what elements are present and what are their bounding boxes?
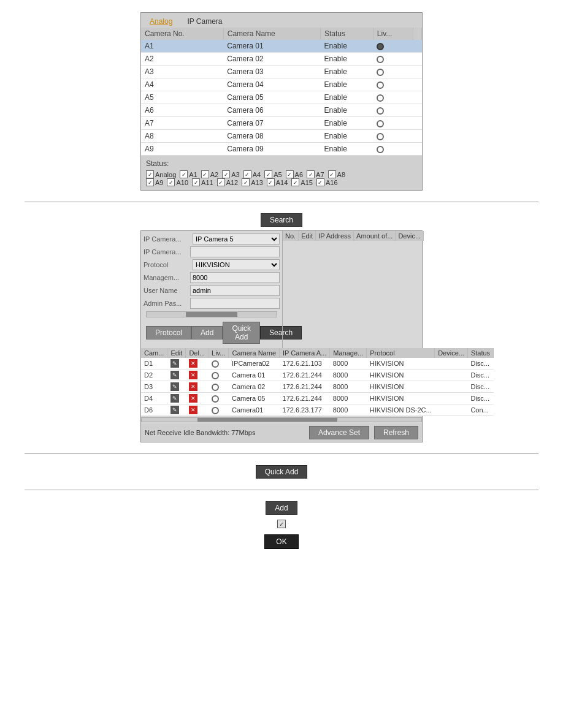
device-table-row[interactable]: D3 ✎ ✕ Camera 02 172.6.21.244 8000 HIKVI…	[141, 381, 494, 393]
dev-del[interactable]: ✕	[186, 393, 209, 404]
horizontal-scrollbar[interactable]	[141, 417, 422, 422]
admin-pas-input[interactable]	[190, 298, 280, 309]
device-table-row[interactable]: D2 ✎ ✕ Camera 01 172.6.21.244 8000 HIKVI…	[141, 370, 494, 381]
camera-table-row[interactable]: A8 Camera 08 Enable	[141, 130, 422, 143]
cam-no: A2	[141, 53, 223, 66]
delete-icon: ✕	[189, 406, 197, 414]
camera-table-row[interactable]: A3 Camera 03 Enable	[141, 66, 422, 78]
status-section: Status: AnalogA1A2A3A4A5A6A7A8 A9A10A11A…	[141, 156, 422, 190]
search-button[interactable]: Search	[261, 213, 302, 227]
search-button-section: Search	[25, 213, 538, 227]
dev-manage: 8000	[330, 393, 367, 404]
camera-table-row[interactable]: A1 Camera 01 Enable	[141, 40, 422, 53]
cam-live	[373, 130, 413, 143]
cam-status: Enable	[321, 78, 373, 91]
cam-name: Camera 01	[223, 40, 320, 53]
checkbox-item[interactable]: A5	[264, 170, 282, 178]
checkbox-item[interactable]: A14	[267, 178, 288, 186]
dev-status: Disc...	[467, 381, 493, 393]
add-checkbox[interactable]	[277, 520, 286, 528]
checkbox-box	[286, 170, 294, 178]
checkbox-item[interactable]: A12	[217, 178, 239, 186]
checkbox-item[interactable]: A10	[167, 178, 188, 186]
advance-set-button[interactable]: Advance Set	[309, 426, 369, 439]
dev-name: Camera 01	[229, 370, 280, 381]
dev-edit[interactable]: ✎	[167, 393, 186, 404]
dev-col-live: Liv...	[209, 348, 229, 358]
add-button[interactable]: Add	[266, 501, 297, 515]
refresh-button[interactable]: Refresh	[374, 426, 418, 439]
dev-del[interactable]: ✕	[186, 370, 209, 381]
dev-edit[interactable]: ✎	[167, 358, 186, 370]
checkbox-item[interactable]: A13	[242, 178, 263, 186]
tab-analog[interactable]: Analog	[145, 15, 177, 28]
checkbox-item[interactable]: A1	[180, 170, 197, 178]
device-table-row[interactable]: D6 ✎ ✕ Camera01 172.6.23.177 8000 HIKVIS…	[141, 404, 494, 416]
device-table-row[interactable]: D4 ✎ ✕ Camera 05 172.6.21.244 8000 HIKVI…	[141, 393, 494, 404]
add-button-config[interactable]: Add	[191, 326, 223, 339]
camera-table-row[interactable]: A5 Camera 05 Enable	[141, 91, 422, 104]
scrollbar-h-thumb	[197, 418, 337, 422]
ok-button[interactable]: OK	[264, 534, 298, 549]
username-input[interactable]	[190, 285, 280, 296]
checkbox-item[interactable]: A9	[146, 178, 163, 186]
dev-edit[interactable]: ✎	[167, 381, 186, 393]
checkbox-item[interactable]: A2	[201, 170, 218, 178]
cam-scroll	[413, 66, 422, 78]
cam-name: Camera 04	[223, 78, 320, 91]
footer-bar: Net Receive Idle Bandwidth: 77Mbps Advan…	[141, 423, 422, 442]
quick-add-button[interactable]: Quick Add	[256, 465, 308, 479]
management-input[interactable]	[190, 272, 280, 283]
dev-edit[interactable]: ✎	[167, 370, 186, 381]
dev-ip: 172.6.21.103	[280, 358, 330, 370]
dev-edit[interactable]: ✎	[167, 404, 186, 416]
ip-camera-label: IP Camera...	[144, 235, 193, 243]
checkbox-item[interactable]: Analog	[146, 170, 176, 178]
quick-add-button-config[interactable]: Quick Add	[223, 322, 260, 344]
ip-camera-select[interactable]: IP Camera 5	[193, 233, 280, 245]
device-list-table: Cam... Edit Del... Liv... Camera Name IP…	[141, 348, 494, 416]
checkbox-label: A14	[276, 179, 288, 186]
form-row-admin-pas: Admin Pas...	[144, 298, 280, 309]
camera-table-row[interactable]: A2 Camera 02 Enable	[141, 53, 422, 66]
cam-name: Camera 05	[223, 91, 320, 104]
form-row-ip-camera2: IP Camera...	[144, 246, 280, 257]
tab-ip-camera[interactable]: IP Camera	[182, 15, 227, 28]
checkbox-item[interactable]: A11	[192, 178, 213, 186]
checkbox-item[interactable]: A6	[286, 170, 303, 178]
cam-scroll	[413, 53, 422, 66]
camera-table-row[interactable]: A9 Camera 09 Enable	[141, 143, 422, 156]
camera-table-row[interactable]: A7 Camera 07 Enable	[141, 117, 422, 130]
checkbox-label: A10	[176, 179, 188, 186]
cam-live	[373, 117, 413, 130]
protocol-select[interactable]: HIKVISION	[193, 259, 280, 270]
cam-live	[373, 78, 413, 91]
dev-del[interactable]: ✕	[186, 358, 209, 370]
camera-table-row[interactable]: A6 Camera 06 Enable	[141, 104, 422, 117]
checkbox-item[interactable]: A3	[222, 170, 239, 178]
checkbox-row-1: AnalogA1A2A3A4A5A6A7A8	[146, 170, 417, 178]
camera-table-row[interactable]: A4 Camera 04 Enable	[141, 78, 422, 91]
dev-del[interactable]: ✕	[186, 404, 209, 416]
dev-del[interactable]: ✕	[186, 381, 209, 393]
live-radio	[212, 384, 219, 391]
cam-no: A8	[141, 130, 223, 143]
ip-config-left: IP Camera... IP Camera 5 IP Camera... Pr…	[141, 231, 282, 348]
protocol-button[interactable]: Protocol	[146, 326, 191, 339]
checkbox-item[interactable]: A16	[316, 178, 338, 186]
device-table-row[interactable]: D1 ✎ ✕ IPCamera02 172.6.21.103 8000 HIKV…	[141, 358, 494, 370]
checkbox-item[interactable]: A8	[328, 170, 345, 178]
ip-camera2-input[interactable]	[190, 246, 280, 257]
checkbox-item[interactable]: A15	[291, 178, 313, 186]
checkbox-item[interactable]: A4	[243, 170, 261, 178]
checkbox-label: A5	[274, 171, 282, 178]
discovered-table: No. Edit IP Address Amount of... Devic..…	[283, 231, 424, 241]
cam-name: Camera 09	[223, 143, 320, 156]
checkbox-box	[217, 178, 225, 186]
delete-icon: ✕	[189, 394, 197, 403]
cam-scroll	[413, 40, 422, 53]
checkbox-label: A15	[301, 179, 313, 186]
checkbox-item[interactable]: A7	[307, 170, 324, 178]
checkbox-box	[146, 178, 154, 186]
dev-device	[435, 393, 468, 404]
